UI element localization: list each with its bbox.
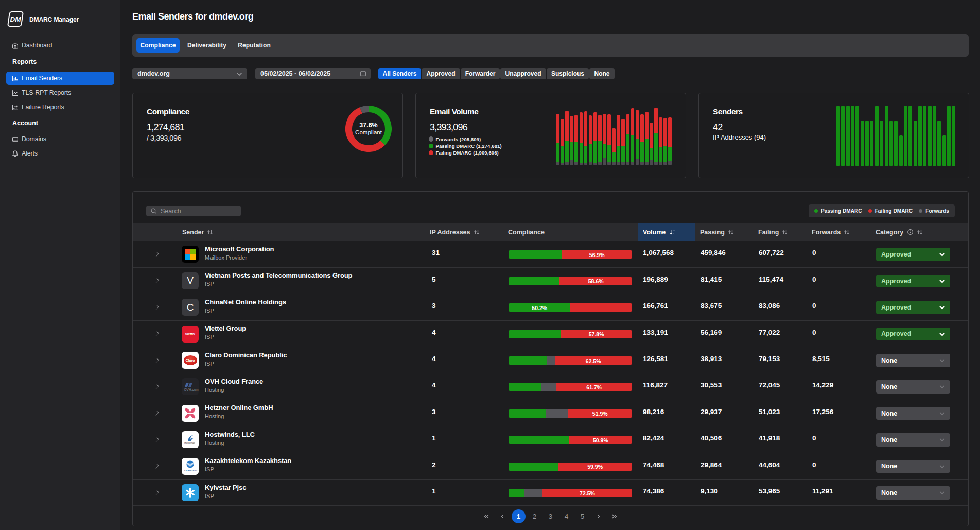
svg-text:KAZAKHTELECOM: KAZAKHTELECOM bbox=[184, 470, 199, 472]
svg-text:OVH.com: OVH.com bbox=[184, 388, 199, 391]
svg-text:Hostwinds: Hostwinds bbox=[184, 442, 196, 444]
